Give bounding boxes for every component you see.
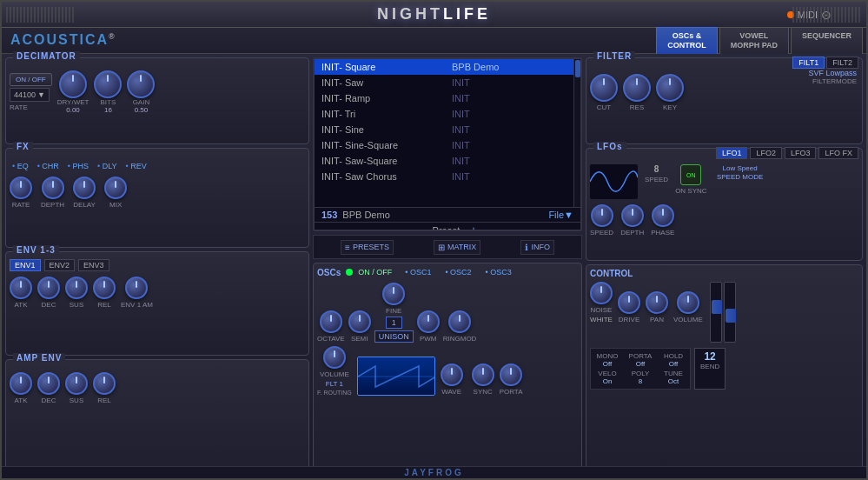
vert-slider-1[interactable] [710,282,722,343]
rate-selector[interactable]: 44100 ▼ [10,88,50,102]
main-tabs: OSCs &CONTROL VOWELMORPH PAD SEQUENCER [656,27,866,54]
main-container: NIGHTLIFE MIDI ⊙ ACOUSTICA® OSCs &CONTRO… [0,0,868,480]
osc-tab-1[interactable]: OSC1 [401,267,435,277]
preset-row-1[interactable]: INIT- Saw INIT [315,75,580,90]
tab-vowel-morph[interactable]: VOWELMORPH PAD [719,27,789,54]
fx-tab-phs[interactable]: PHS [65,161,91,171]
env-tab-1[interactable]: ENV1 [10,259,41,271]
env-sus-knob[interactable] [65,277,88,299]
amp-rel-knob[interactable] [93,372,116,395]
fx-tab-rev[interactable]: REV [123,161,149,171]
osc-volume-knob[interactable] [323,346,346,369]
control-params-grid: MONO Off PORTA Off HOLD Off VELO [590,348,691,390]
preset-controls: ≡ PRESETS ⊞ MATRIX ℹ INFO [313,235,582,259]
preset-row-0[interactable]: INIT- Square BPB Demo [315,59,580,75]
env-am-knob[interactable] [125,277,148,299]
osc-tab-3[interactable]: OSC3 [481,267,516,277]
fx-depth-knob[interactable] [42,177,64,199]
env-dec-knob[interactable] [37,277,60,299]
fx-tab-chr[interactable]: CHR [35,161,62,171]
filter-key-knob[interactable] [656,74,684,102]
env-tab-2[interactable]: ENV2 [44,259,76,271]
wave-display[interactable] [357,357,435,396]
fx-delay-knob[interactable] [73,177,96,199]
fx-mix-knob[interactable] [104,177,127,199]
osc-wave-knob[interactable] [441,363,463,386]
osc-tab-2[interactable]: OSC2 [441,267,475,277]
lfo-sync-btn[interactable]: ON [680,164,701,185]
acoustica-logo: ACOUSTICA® [10,32,116,48]
fx-section: FX EQ CHR PHS DLY REV RATE DEPTH [5,148,309,248]
env-rel-knob[interactable] [93,277,116,299]
filt-tab-2[interactable]: FILT2 [826,57,858,69]
env-tab-3[interactable]: ENV3 [78,259,109,271]
amp-dec-knob[interactable] [37,372,60,395]
filter-section: FILTER FILT1 FILT2 CUT RES [586,57,863,144]
filt-tab-1[interactable]: FILT1 [792,57,825,69]
osc-semi-knob[interactable] [348,310,371,333]
osc-pwm-knob[interactable] [417,310,440,333]
preset-row-7[interactable]: INIT- Saw Chorus INIT [315,169,580,184]
tab-sequencer[interactable]: SEQUENCER [791,27,863,54]
amp-env-section: AMP ENV ATK DEC SUS [5,359,309,477]
preset-row-2[interactable]: INIT- Ramp INIT [315,90,580,106]
osc-sync-knob[interactable] [472,363,494,386]
vert-slider-2[interactable] [724,282,736,343]
decimator-onoff-btn[interactable]: ON / OFF [10,73,52,86]
bend-box: 12 BEND [694,348,726,390]
amp-sus-knob[interactable] [65,372,88,395]
filter-res-knob[interactable] [623,74,651,102]
preset-row-4[interactable]: INIT- Sine INIT [315,122,580,137]
control-drive-knob[interactable] [618,291,640,314]
osc-fine-knob[interactable] [382,283,405,305]
presets-btn[interactable]: ≡ PRESETS [341,240,394,255]
control-pan-knob[interactable] [646,291,668,314]
lfo-tab-2[interactable]: LFO2 [750,147,782,159]
lfo-tab-fx[interactable]: LFO FX [818,147,858,159]
lfo-phase-knob[interactable] [652,204,674,227]
decimator-section: DECIMATOR ON / OFF 44100 ▼ RATE DRY/WET … [5,57,309,144]
control-volume-knob[interactable] [677,291,699,314]
amp-atk-knob[interactable] [10,372,32,395]
preset-scrollbar-thumb [575,60,580,77]
preset-row-6[interactable]: INIT- Saw-Square INIT [315,153,580,169]
preset-nav-bar: - Preset + [315,222,580,231]
fx-rate-knob[interactable] [10,177,32,199]
fx-tab-dly[interactable]: DLY [95,161,120,171]
matrix-btn[interactable]: ⊞ MATRIX [434,240,480,255]
info-btn[interactable]: ℹ INFO [520,240,554,255]
drywet-knob[interactable] [59,70,87,98]
jayfrog-label: JAYFROG [404,468,463,477]
preset-footer: 153 BPB Demo File▼ [315,207,580,222]
env-atk-knob[interactable] [10,277,32,299]
lfo-section: LFOs LFO1 LFO2 LFO3 LFO FX [586,148,863,261]
tab-oscs-control[interactable]: OSCs &CONTROL [656,27,718,54]
preset-row-3[interactable]: INIT- Tri INIT [315,106,580,122]
preset-prev[interactable]: - [419,224,422,231]
decimator-label: DECIMATOR [13,51,80,61]
main-layout: DECIMATOR ON / OFF 44100 ▼ RATE DRY/WET … [2,54,866,480]
osc-ringmod-knob[interactable] [448,310,471,333]
preset-row-5[interactable]: INIT- Sine-Square INIT [315,137,580,153]
env-label: ENV 1-3 [13,245,59,255]
oscs-panel: OSCs ON / OFF OSC1 OSC2 OSC3 OCTAVE SEMI [313,263,582,477]
fx-tab-eq[interactable]: EQ [10,161,31,171]
preset-next[interactable]: + [470,224,476,231]
amp-env-label: AMP ENV [13,353,65,363]
lfo-speed-knob[interactable] [591,204,613,227]
filter-label: FILTER [593,51,635,61]
lfo-label: LFOs [593,142,626,151]
lfo-depth-knob[interactable] [621,204,644,227]
preset-scrollbar[interactable] [573,59,580,207]
lfo-tab-1[interactable]: LFO1 [716,147,748,159]
unison-btn[interactable]: UNISON [374,330,414,343]
filter-cut-knob[interactable] [590,74,618,102]
osc-octave-knob[interactable] [320,310,342,333]
control-noise-knob[interactable] [590,282,613,304]
voice-num: 1 [386,317,402,329]
osc-header: OSCs ON / OFF OSC1 OSC2 OSC3 [317,267,578,277]
gain-knob[interactable] [127,70,155,98]
lfo-tab-3[interactable]: LFO3 [785,147,817,159]
bits-knob[interactable] [94,70,122,98]
osc-porta-knob[interactable] [500,363,522,386]
